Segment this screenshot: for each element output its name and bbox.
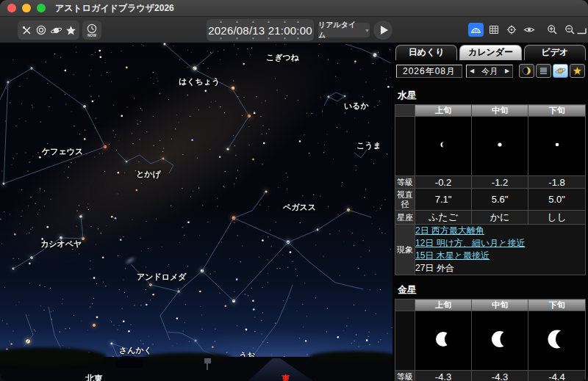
datetime-stepper-down[interactable]: ▼ [267, 37, 270, 40]
app-window: アストロガイドブラウザ2026 NOW 2026/08/13 21:00:00 … [0, 0, 588, 381]
table-cell: かに [472, 211, 528, 225]
tab-1[interactable]: カレンダー [459, 45, 521, 60]
road-sign [204, 358, 211, 363]
prev-month-button[interactable]: ◀ [467, 65, 477, 77]
constellation-lines [0, 43, 392, 381]
phenomena-cell: 2日 西方最大離角12日 明け方、細い月と接近15日 木星と最接近27日 外合 [415, 225, 586, 275]
column-header: 上旬 [415, 300, 472, 311]
phase-row-label [395, 117, 415, 176]
table-cell: -1.8 [528, 176, 586, 189]
datetime-value: 2026/08/13 21:00:00 [208, 24, 312, 37]
datetime-stepper-up[interactable]: ▲ [296, 20, 300, 23]
datetime-stepper-up[interactable]: ▲ [219, 20, 223, 23]
tab-2[interactable]: ビデオ [524, 45, 586, 60]
direction-label: 東 [282, 373, 290, 381]
tab-0[interactable]: 日めくり [395, 45, 457, 60]
planets-icon[interactable] [553, 64, 568, 78]
datetime-stepper-up[interactable]: ▲ [235, 20, 239, 23]
road [243, 357, 313, 381]
constellation-label: こぎつね [266, 52, 299, 63]
window-title: アストロガイドブラウザ2026 [55, 2, 174, 15]
planet-table: 上旬中旬下旬等級-0.2-1.2-1.8視直径7.1"5.6"5.0"星座ふたご… [395, 104, 586, 275]
datetime-stepper-down[interactable]: ▼ [235, 37, 239, 40]
table-cell: -4.4 [528, 371, 586, 381]
column-header: 下旬 [528, 300, 586, 311]
minimize-window-button[interactable] [22, 4, 31, 12]
close-window-button[interactable] [7, 4, 16, 12]
constellation-label: アンドロメダ [137, 272, 187, 283]
titlebar: アストロガイドブラウザ2026 [0, 0, 588, 17]
panel-tabbar: 日めくりカレンダービデオ [393, 43, 588, 60]
moon-phase-icon[interactable] [519, 64, 534, 78]
list-icon[interactable] [536, 64, 551, 78]
maximize-window-button[interactable] [37, 4, 46, 12]
table-cell: 5.6" [472, 189, 528, 211]
phenomenon-link[interactable]: 2日 西方最大離角 [415, 225, 484, 236]
collapse-panel-icon[interactable] [575, 23, 588, 37]
horizon-view-icon[interactable] [468, 23, 484, 37]
datetime-stepper-up[interactable]: ▲ [283, 20, 287, 23]
phenomenon-link[interactable]: 12日 明け方、細い月と接近 [415, 238, 526, 248]
column-header: 下旬 [528, 105, 586, 117]
phase-row-label [395, 311, 415, 371]
column-header: 中旬 [472, 105, 528, 117]
view-button-group [468, 23, 537, 37]
planet-table: 上旬中旬下旬等級-4.3-4.3-4.4視直径21.8"24.3"27.5" [395, 299, 586, 381]
planet-phase-image [528, 117, 586, 176]
phenomenon-link[interactable]: 15日 木星と最接近 [415, 250, 490, 261]
row-label: 等級 [395, 176, 415, 189]
tree-silhouette [0, 347, 107, 366]
play-button[interactable] [373, 21, 392, 40]
chevron-down-icon: ▼ [365, 28, 370, 33]
current-month-button[interactable]: 今月 [477, 65, 502, 77]
table-cell: 7.1" [415, 189, 472, 211]
now-button[interactable]: NOW [82, 21, 101, 40]
constellation-label: こうま [356, 140, 381, 151]
calendar-controls: 2026年08月 ◀ 今月 ▶ [393, 60, 588, 81]
toolbar: NOW 2026/08/13 21:00:00 ▲▼▲▼▲▼▲▼▲▼▲▼ リアル… [0, 17, 588, 44]
center-target-icon[interactable] [503, 23, 519, 37]
time-mode-select[interactable]: リアルタイム ▼ [318, 23, 370, 37]
planet-phase-image [528, 311, 586, 371]
zoom-in-icon[interactable] [545, 23, 560, 37]
visibility-icon[interactable] [521, 23, 537, 37]
table-corner [395, 300, 415, 311]
zoom-button-group [545, 23, 578, 37]
month-nav: ◀ 今月 ▶ [466, 65, 513, 78]
planet-phase-image [472, 311, 528, 371]
grid-icon[interactable] [486, 23, 501, 37]
planet-icon[interactable] [49, 22, 63, 38]
direction-label: 北東 [85, 373, 103, 381]
constellation-label: カシオペヤ [40, 239, 82, 250]
datetime-field[interactable]: 2026/08/13 21:00:00 ▲▼▲▼▲▼▲▼▲▼▲▼ [207, 19, 314, 41]
datetime-stepper-down[interactable]: ▼ [251, 37, 255, 40]
constellation-label: ペガスス [283, 202, 316, 213]
calendar-view-buttons [519, 64, 585, 78]
star-icon[interactable] [63, 22, 78, 38]
tree-silhouette [309, 351, 392, 363]
object-tool-group [18, 21, 79, 40]
next-month-button[interactable]: ▶ [502, 65, 512, 77]
datetime-stepper-down[interactable]: ▼ [219, 37, 223, 40]
phenomenon-text: 27日 外合 [415, 263, 454, 273]
tools-icon[interactable] [19, 22, 34, 38]
car-silhouette [116, 360, 143, 368]
datetime-stepper-down[interactable]: ▼ [296, 37, 300, 40]
stars-icon[interactable] [570, 64, 585, 78]
datetime-stepper-up[interactable]: ▲ [251, 20, 255, 23]
road-sign-post [207, 363, 208, 370]
galaxy-icon[interactable] [34, 22, 49, 38]
planet-phase-image [472, 117, 528, 176]
horizon-landscape [0, 357, 392, 381]
window-controls [7, 4, 46, 12]
month-selector[interactable]: 2026年08月 [396, 65, 462, 78]
column-header: 中旬 [472, 300, 528, 311]
datetime-stepper-up[interactable]: ▲ [267, 20, 270, 23]
datetime-stepper-down[interactable]: ▼ [283, 37, 287, 40]
constellation-label: はくちょう [179, 76, 220, 87]
table-cell: -1.2 [472, 176, 528, 189]
planet-section-title: 金星 [398, 283, 588, 297]
column-header: 上旬 [415, 105, 472, 117]
sky-map[interactable]: こぎつねはくちょういるかこうまケフェウスとかげペガススカシオペヤアンドロメダさん… [0, 43, 392, 381]
table-cell: ふたご [415, 211, 472, 225]
